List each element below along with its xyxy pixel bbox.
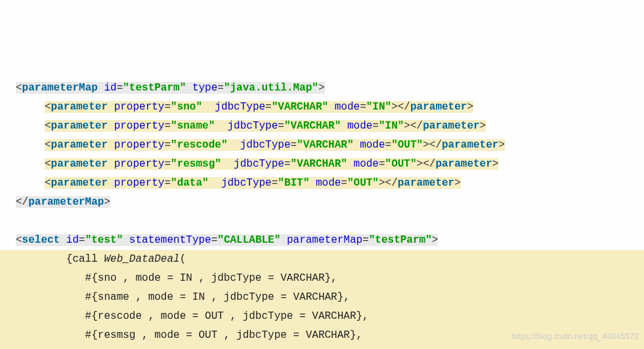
code-token xyxy=(215,120,227,132)
code-token: mode xyxy=(360,139,385,151)
code-token: = xyxy=(284,158,291,170)
code-token xyxy=(221,158,234,170)
code-token: property xyxy=(114,158,165,170)
code-token: = xyxy=(278,120,284,132)
code-token: ></ xyxy=(417,158,436,170)
code-token xyxy=(123,234,129,246)
code-token: parameterMap xyxy=(287,234,362,246)
code-token xyxy=(354,139,360,151)
code-token: ( xyxy=(180,253,186,265)
code-token: type xyxy=(192,82,217,94)
code-token: ></ xyxy=(423,139,442,151)
code-token: = xyxy=(164,101,171,113)
code-line: <parameterMap id="testParm" type="java.u… xyxy=(0,79,644,98)
code-line: #{sname , mode = IN , jdbcType = VARCHAR… xyxy=(0,288,644,307)
code-token: "VARCHAR" xyxy=(272,101,328,113)
code-token xyxy=(341,120,347,132)
code-token: > xyxy=(498,139,505,151)
code-token xyxy=(347,158,354,170)
code-token: "sno" xyxy=(171,101,202,113)
code-token: ></ xyxy=(391,101,410,113)
code-token: < xyxy=(16,234,22,246)
code-token: #{rescode , mode = OUT , jdbcType = VARC… xyxy=(16,310,369,322)
code-token: Web_DataDeal xyxy=(104,253,179,265)
code-token: mode xyxy=(316,177,341,189)
code-token xyxy=(186,82,192,94)
code-token: > xyxy=(467,101,473,113)
code-token: </ xyxy=(16,196,28,208)
code-token: jdbcType xyxy=(234,158,284,170)
code-line: #{rescode , mode = OUT , jdbcType = VARC… xyxy=(0,307,644,326)
code-token xyxy=(60,234,66,246)
code-token: = xyxy=(360,101,366,113)
code-token: "data" xyxy=(171,177,209,189)
code-token: "BIT" xyxy=(278,177,309,189)
code-token: = xyxy=(164,120,171,132)
code-token: parameter xyxy=(51,177,108,189)
code-token: "OUT" xyxy=(391,139,423,151)
code-token: jdbcType xyxy=(227,120,278,132)
code-token xyxy=(309,177,316,189)
code-line: <parameter property="data" jdbcType="BIT… xyxy=(0,174,644,193)
code-token: = xyxy=(379,158,385,170)
code-token: parameter xyxy=(51,101,108,113)
code-token: "VARCHAR" xyxy=(284,120,341,132)
code-token: property xyxy=(114,139,165,151)
code-token: property xyxy=(114,177,165,189)
code-token: < xyxy=(45,120,51,132)
code-token xyxy=(108,158,114,170)
code-token: = xyxy=(164,158,171,170)
code-line: <parameter property="resmsg" jdbcType="V… xyxy=(0,155,644,174)
code-token: jdbcType xyxy=(221,177,272,189)
code-token: = xyxy=(211,234,218,246)
code-token xyxy=(328,101,335,113)
code-token: = xyxy=(79,234,85,246)
code-line: <select id="test" statementType="CALLABL… xyxy=(0,231,644,250)
code-token: parameter xyxy=(410,101,467,113)
code-token: #{sno , mode = IN , jdbcType = VARCHAR}, xyxy=(16,272,337,284)
code-token: parameter xyxy=(398,177,454,189)
code-token: "testParm" xyxy=(123,82,186,94)
code-token: = xyxy=(272,177,278,189)
code-token: #{sname , mode = IN , jdbcType = VARCHAR… xyxy=(16,291,350,303)
code-token: = xyxy=(217,82,224,94)
code-token: = xyxy=(117,82,123,94)
code-token: > xyxy=(480,120,486,132)
code-token: > xyxy=(492,158,499,170)
code-token: < xyxy=(45,158,51,170)
code-token: "VARCHAR" xyxy=(291,158,347,170)
code-token: mode xyxy=(354,158,379,170)
code-token: parameterMap xyxy=(22,82,98,94)
code-token: = xyxy=(362,234,369,246)
code-token xyxy=(108,177,114,189)
code-token: property xyxy=(114,101,165,113)
code-token: = xyxy=(372,120,379,132)
code-token: {call xyxy=(16,253,104,265)
code-token: < xyxy=(45,139,51,151)
code-token: parameter xyxy=(51,120,108,132)
code-token xyxy=(227,139,240,151)
code-token xyxy=(108,120,114,132)
code-token: select xyxy=(22,234,60,246)
code-token: > xyxy=(104,196,110,208)
code-token: jdbcType xyxy=(215,101,265,113)
code-line: #{sno , mode = IN , jdbcType = VARCHAR}, xyxy=(0,269,644,288)
code-token: < xyxy=(45,177,51,189)
code-token: = xyxy=(265,101,272,113)
code-token: parameter xyxy=(51,158,108,170)
code-token xyxy=(202,101,215,113)
code-token: "test" xyxy=(85,234,123,246)
code-token: parameterMap xyxy=(28,196,104,208)
code-token: > xyxy=(432,234,439,246)
code-token: "rescode" xyxy=(171,139,227,151)
code-token: "OUT" xyxy=(347,177,379,189)
code-token: parameter xyxy=(423,120,479,132)
code-token: = xyxy=(291,139,297,151)
code-token: "sname" xyxy=(171,120,215,132)
code-token: id xyxy=(104,82,116,94)
code-token: id xyxy=(66,234,79,246)
watermark-text: https://blog.csdn.net/qq_44045573 xyxy=(511,327,639,346)
code-line: <parameter property="rescode" jdbcType="… xyxy=(0,136,644,155)
code-token: < xyxy=(16,82,22,94)
code-token: "java.util.Map" xyxy=(224,82,318,94)
